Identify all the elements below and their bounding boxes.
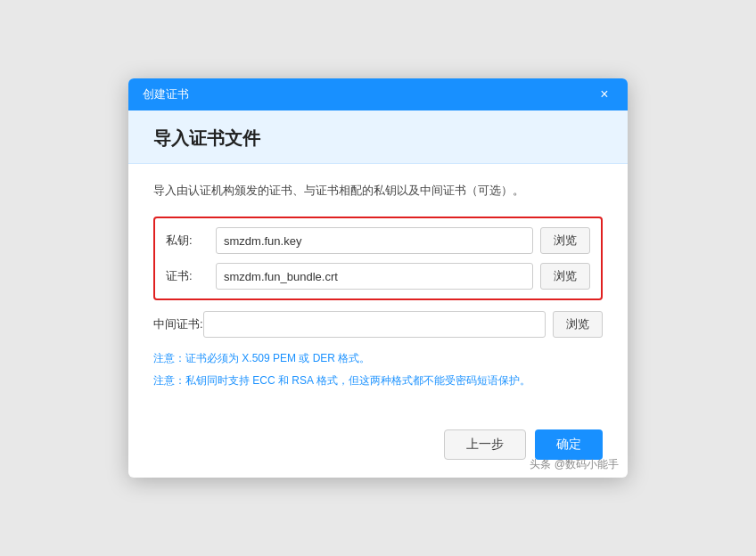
private-key-input[interactable] — [216, 227, 533, 254]
intermediate-label: 中间证书: — [153, 316, 203, 332]
intermediate-browse-button[interactable]: 浏览 — [553, 311, 603, 338]
note1-text: 注意：证书必须为 X.509 PEM 或 DER 格式。 — [153, 350, 603, 367]
page-title: 导入证书文件 — [153, 127, 603, 151]
dialog-title-label: 创建证书 — [143, 86, 189, 102]
intermediate-row: 中间证书: 浏览 — [153, 311, 603, 338]
intermediate-input[interactable] — [203, 311, 546, 338]
close-icon: × — [600, 86, 608, 102]
cert-input[interactable] — [216, 263, 533, 290]
description-text: 导入由认证机构颁发的证书、与证书相配的私钥以及中间证书（可选）。 — [153, 182, 603, 200]
private-key-browse-button[interactable]: 浏览 — [540, 227, 590, 254]
dialog-titlebar: 创建证书 × — [128, 78, 628, 110]
cert-label: 证书: — [166, 268, 216, 284]
cert-browse-button[interactable]: 浏览 — [540, 263, 590, 290]
dialog-header: 导入证书文件 — [128, 110, 628, 164]
back-button[interactable]: 上一步 — [444, 429, 526, 460]
dialog: 创建证书 × 导入证书文件 导入由认证机构颁发的证书、与证书相配的私钥以及中间证… — [128, 78, 628, 477]
private-key-row: 私钥: 浏览 — [166, 227, 590, 254]
dialog-body: 导入由认证机构颁发的证书、与证书相配的私钥以及中间证书（可选）。 私钥: 浏览 … — [128, 164, 628, 416]
confirm-button[interactable]: 确定 — [535, 429, 603, 460]
highlighted-fields: 私钥: 浏览 证书: 浏览 — [153, 217, 603, 300]
cert-row: 证书: 浏览 — [166, 263, 590, 290]
watermark-text: 头条 @数码小能手 — [530, 457, 619, 472]
private-key-label: 私钥: — [166, 233, 216, 249]
close-button[interactable]: × — [596, 86, 613, 103]
note2-text: 注意：私钥同时支持 ECC 和 RSA 格式，但这两种格式都不能受密码短语保护。 — [153, 372, 603, 389]
